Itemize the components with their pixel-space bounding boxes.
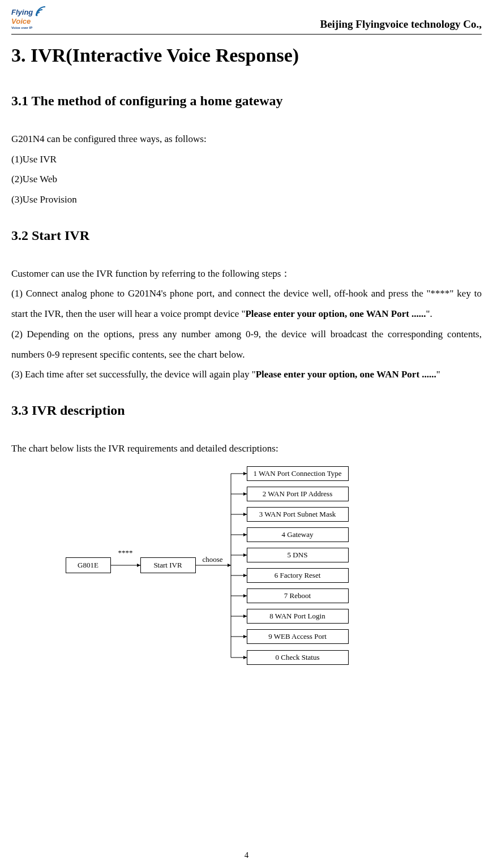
signal-wave-icon xyxy=(35,6,46,17)
diagram-arrow2-label: choose xyxy=(199,555,227,564)
page-header: Flying Voice Voice over IP Beijing Flyin… xyxy=(11,6,482,35)
section-3-2-step-3: (3) Each time after set successfully, th… xyxy=(11,364,482,385)
section-3-3-heading: 3.3 IVR description xyxy=(11,403,482,418)
logo-line2: Voice xyxy=(11,17,31,25)
step3-part-b: Please enter your option, one WAN Port .… xyxy=(256,369,436,380)
diagram-device-box: G801E xyxy=(66,557,111,573)
diagram-option-8: 8 WAN Port Login xyxy=(247,609,349,624)
step1-part-c: ". xyxy=(426,308,432,319)
svg-point-0 xyxy=(36,15,38,16)
logo-tagline: Voice over IP xyxy=(11,26,32,29)
diagram-option-0: 0 Check Status xyxy=(247,650,349,665)
step3-part-a: (3) Each time after set successfully, th… xyxy=(11,369,256,380)
step3-part-c: " xyxy=(436,369,440,380)
diagram-option-6: 6 Factory Reset xyxy=(247,568,349,583)
section-3-3: 3.3 IVR description The chart below list… xyxy=(11,403,482,673)
diagram-start-ivr-box: Start IVR xyxy=(140,557,196,573)
diagram-option-3: 3 WAN Port Subnet Mask xyxy=(247,507,349,522)
section-3-1-item-1: (1)Use IVR xyxy=(11,149,482,170)
section-3-2-heading: 3.2 Start IVR xyxy=(11,228,482,243)
section-3-1: 3.1 The method of configuring a home gat… xyxy=(11,93,482,210)
section-3-2-intro: Customer can use the IVR function by ref… xyxy=(11,264,482,284)
diagram-option-7: 7 Reboot xyxy=(247,588,349,603)
step1-part-b: Please enter your option, one WAN Port .… xyxy=(245,308,426,319)
section-3-3-body: The chart below lists the IVR requiremen… xyxy=(11,439,482,459)
ivr-flow-diagram: G801E **** Start IVR choose 1 WAN Port C… xyxy=(66,463,428,673)
section-3-2-step-1: (1) Connect analog phone to G201N4's pho… xyxy=(11,283,482,324)
diagram-option-4: 4 Gateway xyxy=(247,527,349,542)
logo-line1: Flying xyxy=(11,8,33,16)
diagram-arrow1-label: **** xyxy=(115,548,136,557)
section-3-1-item-3: (3)Use Provision xyxy=(11,190,482,210)
diagram-option-1: 1 WAN Port Connection Type xyxy=(247,466,349,481)
section-3-1-heading: 3.1 The method of configuring a home gat… xyxy=(11,93,482,109)
company-name: Beijing Flyingvoice technology Co., xyxy=(320,18,482,33)
section-3-1-body: G201N4 can be configured three ways, as … xyxy=(11,129,482,210)
diagram-option-5: 5 DNS xyxy=(247,548,349,562)
page-title: 3. IVR(Interactive Voice Response) xyxy=(11,45,482,66)
diagram-option-9: 9 WEB Access Port xyxy=(247,629,349,644)
diagram-option-2: 2 WAN Port IP Address xyxy=(247,487,349,501)
section-3-1-intro: G201N4 can be configured three ways, as … xyxy=(11,129,482,149)
section-3-2-body: Customer can use the IVR function by ref… xyxy=(11,264,482,385)
section-3-3-intro: The chart below lists the IVR requiremen… xyxy=(11,439,482,459)
logo: Flying Voice Voice over IP xyxy=(11,6,45,33)
section-3-2: 3.2 Start IVR Customer can use the IVR f… xyxy=(11,228,482,385)
section-3-1-item-2: (2)Use Web xyxy=(11,169,482,190)
section-3-2-step-2: (2) Depending on the options, press any … xyxy=(11,324,482,364)
page-number: 4 xyxy=(0,850,493,860)
